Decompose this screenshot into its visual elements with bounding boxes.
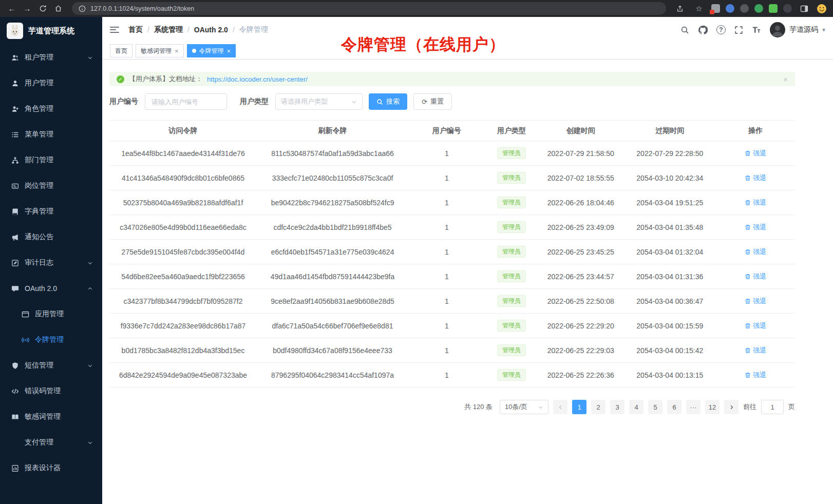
pagination: 共 120 条 10条/页 1 2 3 4 5 6 ··· 12 (109, 400, 795, 414)
cell-created-time: 2022-06-25 22:29:03 (538, 338, 623, 363)
sidebar-item-report-designer[interactable]: 报表设计器 (0, 455, 102, 481)
reset-button[interactable]: ⟳ 重置 (413, 93, 452, 110)
browser-home-icon[interactable] (51, 2, 65, 15)
side-panel-icon[interactable] (798, 2, 811, 15)
sidebar-item-user[interactable]: 用户管理 (0, 70, 102, 96)
page-button-4[interactable]: 4 (629, 400, 643, 414)
breadcrumb-system[interactable]: 系统管理 (154, 25, 183, 34)
extension-icon-5[interactable] (783, 4, 792, 13)
next-page-button[interactable] (724, 400, 739, 414)
extensions-puzzle-icon[interactable] (769, 4, 778, 13)
user-name: 芋道源码 (789, 25, 818, 34)
browser-reload-icon[interactable] (36, 2, 49, 15)
force-logout-button[interactable]: 强退 (745, 371, 766, 380)
force-logout-button[interactable]: 强退 (745, 346, 766, 355)
sidebar-item-role[interactable]: 角色管理 (0, 96, 102, 122)
chevron-down-icon (351, 99, 357, 105)
sidebar-collapse-button[interactable] (110, 26, 119, 34)
force-logout-button[interactable]: 强退 (745, 272, 766, 281)
help-button[interactable]: ? (716, 25, 726, 34)
sidebar-item-oauth-app[interactable]: 应用管理 (0, 301, 102, 327)
cell-refresh-token: 9ce8ef2aa9f14056b831ae9b608e28d5 (257, 289, 408, 314)
extension-icon-3[interactable] (740, 4, 749, 13)
breadcrumb-oauth[interactable]: OAuth 2.0 (194, 26, 228, 34)
code-icon (11, 387, 19, 395)
sidebar-item-tenant[interactable]: 租户管理 (0, 45, 102, 70)
sidebar-item-errorcode[interactable]: 错误码管理 (0, 378, 102, 404)
sidebar-item-notice[interactable]: 通知公告 (0, 224, 102, 250)
extension-icon-4[interactable] (754, 4, 763, 13)
tab-token-management[interactable]: 令牌管理 × (187, 44, 236, 57)
refresh-icon: ⟳ (422, 98, 427, 106)
col-user-id: 用户编号 (408, 121, 485, 141)
sidebar-item-audit-log[interactable]: 审计日志 (0, 250, 102, 276)
bookmark-star-icon[interactable]: ☆ (692, 2, 706, 15)
force-logout-button[interactable]: 强退 (745, 173, 766, 183)
github-button[interactable] (698, 25, 708, 35)
extension-icon-2[interactable] (726, 4, 734, 13)
table-row: b0d1785bc3a8482f812db4a3f3bd15ec b0df498… (109, 338, 795, 363)
search-icon (680, 26, 689, 34)
force-logout-button[interactable]: 强退 (745, 321, 766, 331)
page-button-6[interactable]: 6 (667, 400, 681, 414)
user-menu[interactable]: 芋道源码 ▾ (770, 22, 825, 37)
browser-profile-avatar[interactable] (817, 4, 827, 14)
search-button-label: 搜索 (386, 97, 400, 106)
sidebar-item-menu[interactable]: 菜单管理 (0, 122, 102, 147)
search-submit-button[interactable]: 搜索 (369, 93, 407, 110)
search-button[interactable] (680, 26, 689, 34)
admin-badge: 管理员 (497, 172, 526, 183)
page-size-select[interactable]: 10条/页 (500, 400, 548, 414)
force-logout-button[interactable]: 强退 (745, 247, 766, 257)
cell-user-type: 管理员 (485, 264, 538, 289)
extension-icon-1[interactable] (711, 4, 720, 13)
more-pages-button[interactable]: ··· (686, 400, 701, 414)
sidebar-item-dict[interactable]: 字典管理 (0, 199, 102, 224)
app-logo[interactable]: 芋道管理系统 (0, 17, 102, 45)
tab-sensitive-word[interactable]: 敏感词管理 × (136, 44, 184, 57)
sidebar-item-post[interactable]: 岗位管理 (0, 173, 102, 199)
sidebar-item-oauth-token[interactable]: 令牌管理 (0, 327, 102, 353)
prev-page-button[interactable] (553, 400, 567, 414)
close-icon[interactable]: × (227, 48, 231, 54)
url-bar[interactable]: 127.0.0.1:1024/system/oauth2/token (72, 2, 666, 15)
browser-forward-icon[interactable]: → (21, 2, 34, 15)
breadcrumb-home[interactable]: 首页 (128, 25, 143, 34)
cell-refresh-token: 49d1aa46d1454fbd87591444423be9fa (257, 264, 408, 289)
cell-created-time: 2022-06-26 18:04:46 (538, 190, 623, 215)
force-logout-button[interactable]: 强退 (745, 149, 766, 158)
sidebar-item-oauth2[interactable]: OAuth 2.0 (0, 276, 102, 301)
force-logout-button[interactable]: 强退 (745, 297, 766, 306)
browser-back-icon[interactable]: ← (5, 2, 18, 15)
cell-actions: 强退 (716, 215, 795, 240)
alert-close-icon[interactable]: × (783, 75, 788, 84)
page-button-12[interactable]: 12 (705, 400, 720, 414)
sidebar-item-sms[interactable]: 短信管理 (0, 353, 102, 378)
col-user-type: 用户类型 (485, 121, 538, 141)
fullscreen-button[interactable] (734, 26, 743, 34)
sidebar-item-dept[interactable]: 部门管理 (0, 147, 102, 173)
cell-access-token: 1ea5e44f8bc1467aaede43144f31de76 (109, 141, 257, 166)
share-icon[interactable] (673, 2, 687, 15)
tab-home[interactable]: 首页 (110, 44, 132, 57)
page-button-3[interactable]: 3 (610, 400, 624, 414)
cell-user-type: 管理员 (485, 166, 538, 190)
doc-link[interactable]: https://doc.iocoder.cn/user-center/ (207, 75, 308, 83)
page-button-5[interactable]: 5 (648, 400, 662, 414)
cell-created-time: 2022-06-25 23:49:09 (538, 215, 623, 240)
dept-tree-icon (11, 157, 19, 164)
force-logout-button[interactable]: 强退 (745, 198, 766, 207)
force-logout-button[interactable]: 强退 (745, 223, 766, 232)
table-row: 6d842e2924594de9a09e45e087323abe 8796295… (109, 363, 795, 387)
sidebar-item-pay[interactable]: 支付管理 (0, 430, 102, 455)
user-id-input[interactable] (145, 93, 227, 110)
page-button-2[interactable]: 2 (591, 400, 605, 414)
sidebar-item-label: 菜单管理 (25, 130, 53, 139)
close-icon[interactable]: × (175, 48, 179, 54)
font-size-button[interactable] (752, 25, 761, 34)
cell-refresh-token: cdfc4ce9c2da4bb1bdf21b9918ff4be5 (257, 215, 408, 240)
goto-page-input[interactable] (761, 400, 784, 414)
user-type-select[interactable]: 请选择用户类型 (275, 93, 363, 110)
page-button-1[interactable]: 1 (572, 400, 586, 414)
sidebar-item-sensitive-word[interactable]: 敏感词管理 (0, 404, 102, 430)
